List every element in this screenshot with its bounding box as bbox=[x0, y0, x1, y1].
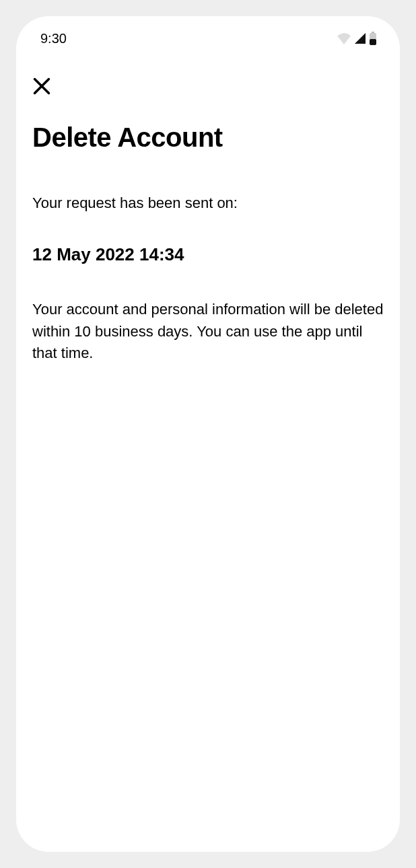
request-date: 12 May 2022 14:34 bbox=[32, 244, 384, 265]
device-frame: 9:30 bbox=[16, 16, 400, 852]
svg-rect-2 bbox=[370, 39, 376, 45]
close-icon bbox=[32, 77, 51, 96]
body-text: Your account and personal information wi… bbox=[32, 299, 384, 365]
header bbox=[16, 48, 400, 96]
close-button[interactable] bbox=[32, 77, 51, 96]
svg-rect-0 bbox=[372, 32, 374, 33]
content: Delete Account Your request has been sen… bbox=[16, 96, 400, 365]
status-bar: 9:30 bbox=[16, 16, 400, 48]
status-icons bbox=[337, 32, 377, 45]
intro-text: Your request has been sent on: bbox=[32, 194, 384, 212]
cellular-signal-icon bbox=[354, 32, 366, 44]
wifi-icon bbox=[337, 32, 351, 44]
battery-icon bbox=[369, 32, 377, 45]
status-time: 9:30 bbox=[40, 31, 67, 46]
page-title: Delete Account bbox=[32, 122, 384, 153]
